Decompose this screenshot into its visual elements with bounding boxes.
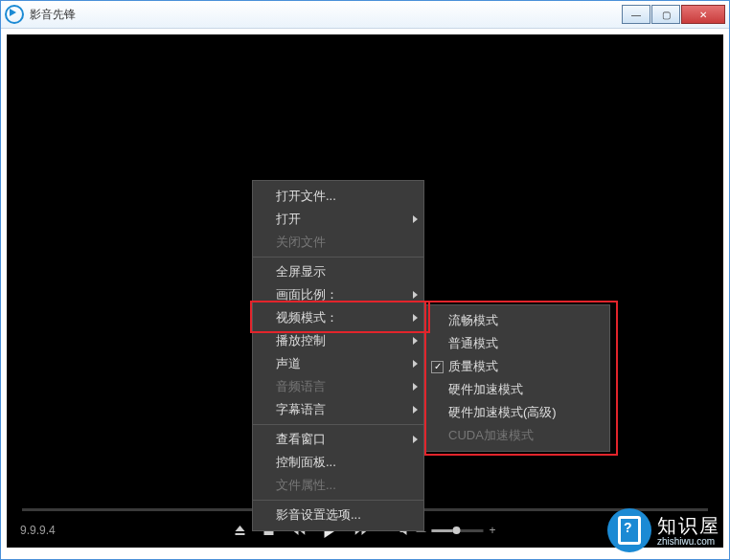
volume-slider[interactable] (431, 529, 483, 532)
app-window: 影音先锋 — ▢ ✕ ny 9.9.9.4 — + (0, 0, 730, 560)
menu-av-settings[interactable]: 影音设置选项... (253, 504, 423, 526)
context-menu: 打开文件... 打开 关闭文件 全屏显示 画面比例： 视频模式： 播放控制 声道… (252, 180, 424, 531)
window-title: 影音先锋 (30, 7, 76, 23)
eject-button[interactable] (234, 525, 245, 536)
close-button[interactable]: ✕ (681, 5, 725, 24)
watermark-text: 知识屋 zhishiwu.com (657, 515, 720, 547)
menu-aspect-ratio[interactable]: 画面比例： (253, 283, 423, 306)
menu-close-file: 关闭文件 (253, 231, 423, 254)
menu-audio-channel[interactable]: 声道 (253, 352, 423, 375)
video-area[interactable]: ny 9.9.9.4 — + 打开文件... 打开 关闭文 (7, 34, 723, 548)
video-mode-submenu: 流畅模式 普通模式 ✓质量模式 硬件加速模式 硬件加速模式(高级) CUDA加速… (424, 304, 610, 452)
titlebar: 影音先锋 — ▢ ✕ (1, 1, 729, 29)
chevron-right-icon (413, 360, 418, 368)
version-label: 9.9.9.4 (20, 524, 56, 537)
menu-open[interactable]: 打开 (253, 208, 423, 231)
menu-file-props: 文件属性... (253, 474, 423, 497)
chevron-right-icon (413, 291, 418, 299)
menu-audio-lang: 音频语言 (253, 375, 423, 398)
menu-subtitle-lang[interactable]: 字幕语言 (253, 398, 423, 421)
minimize-button[interactable]: — (622, 5, 650, 24)
chevron-right-icon (413, 215, 418, 223)
submenu-hw-accel[interactable]: 硬件加速模式 (425, 378, 609, 401)
maximize-button[interactable]: ▢ (651, 5, 680, 24)
volume-plus[interactable]: + (489, 524, 495, 537)
menu-play-control[interactable]: 播放控制 (253, 329, 423, 352)
watermark: 知识屋 zhishiwu.com (607, 508, 720, 552)
chevron-right-icon (413, 337, 418, 345)
chevron-right-icon (413, 406, 418, 414)
menu-separator (253, 257, 423, 258)
submenu-cuda: CUDA加速模式 (425, 424, 609, 447)
chevron-right-icon (413, 383, 418, 391)
menu-control-panel[interactable]: 控制面板... (253, 451, 423, 474)
menu-fullscreen[interactable]: 全屏显示 (253, 260, 423, 283)
menu-video-mode[interactable]: 视频模式： (253, 306, 423, 329)
menu-separator (253, 500, 423, 501)
chevron-right-icon (413, 314, 418, 322)
submenu-normal[interactable]: 普通模式 (425, 332, 609, 355)
submenu-smooth[interactable]: 流畅模式 (425, 309, 609, 332)
menu-separator (253, 424, 423, 425)
submenu-quality[interactable]: ✓质量模式 (425, 355, 609, 378)
app-logo-icon (5, 5, 24, 24)
chevron-right-icon (413, 436, 418, 443)
check-icon: ✓ (431, 361, 444, 373)
menu-open-file[interactable]: 打开文件... (253, 185, 423, 208)
watermark-icon (607, 508, 651, 552)
submenu-hw-accel-adv[interactable]: 硬件加速模式(高级) (425, 401, 609, 424)
window-buttons: — ▢ ✕ (621, 5, 725, 24)
menu-view-window[interactable]: 查看窗口 (253, 428, 423, 451)
